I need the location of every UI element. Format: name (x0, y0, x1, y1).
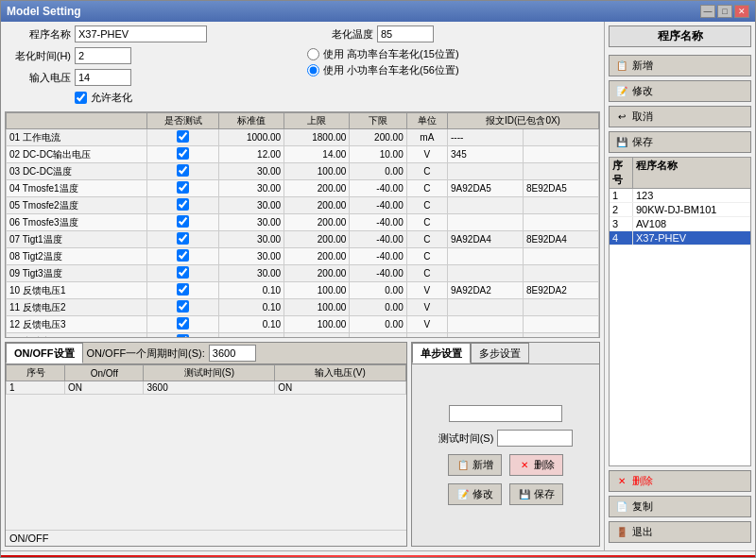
cell-checked[interactable] (147, 197, 218, 214)
row-checkbox[interactable] (177, 232, 189, 245)
aging-temp-label: 老化温度 (307, 27, 373, 42)
delete-program-button[interactable]: ✕ 删除 (609, 470, 751, 492)
cell-checked[interactable] (147, 214, 218, 231)
cell-checked[interactable] (147, 333, 218, 339)
table-row[interactable]: 12 反馈电压3 0.10 100.00 0.00 V (7, 316, 599, 333)
tab-on-off-settings[interactable]: ON/OFF设置 (6, 343, 83, 364)
cell-msg1 (448, 265, 524, 282)
cell-lower: -40.00 (350, 231, 406, 248)
table-header-row: 是否测试 标准值 上限 下限 单位 报文ID(已包含0X) (7, 113, 599, 129)
copy-program-button[interactable]: 📄 复制 (609, 496, 751, 517)
cell-checked[interactable] (147, 163, 218, 180)
table-row[interactable]: 06 Tmosfe3温度 30.00 200.00 -40.00 C (7, 214, 599, 231)
cell-msg2 (523, 214, 598, 231)
aging-time-input[interactable] (75, 47, 131, 64)
list-item[interactable]: 3 AV108 (610, 217, 750, 231)
modify-program-button[interactable]: 📝 修改 (609, 80, 751, 102)
cell-checked[interactable] (147, 129, 218, 146)
table-row[interactable]: 04 Tmosfe1温度 30.00 200.00 -40.00 C 9A92D… (7, 180, 599, 197)
step-header: 单步设置 多步设置 (412, 343, 599, 364)
tab-multi-step[interactable]: 多步设置 (471, 343, 529, 364)
list-item[interactable]: 1 123 (610, 189, 750, 203)
prog-num: 1 (610, 189, 633, 202)
cell-id: 11 反馈电压2 (7, 299, 147, 316)
aging-temp-input[interactable] (377, 25, 434, 42)
cell-checked[interactable] (147, 282, 218, 299)
row-checkbox[interactable] (177, 164, 189, 177)
table-row[interactable]: 08 Tigt2温度 30.00 200.00 -40.00 C (7, 248, 599, 265)
row-checkbox[interactable] (177, 130, 189, 143)
cell-id: 06 Tmosfe3温度 (7, 214, 147, 231)
cell-msg2 (523, 248, 598, 265)
tab-single-step[interactable]: 单步设置 (412, 343, 471, 364)
cell-checked[interactable] (147, 146, 218, 163)
row-checkbox[interactable] (177, 198, 189, 211)
allow-aging-row: 允许老化 (5, 91, 298, 105)
table-row[interactable]: 10 反馈电压1 0.10 100.00 0.00 V 9A92DA2 8E92… (7, 282, 599, 299)
cancel-program-button[interactable]: ↩ 取消 (609, 106, 751, 127)
step-modify-button[interactable]: 📝 修改 (448, 483, 502, 505)
cell-voltage: ON (275, 381, 406, 395)
step-save-button[interactable]: 💾 保存 (509, 483, 563, 505)
high-power-radio[interactable] (307, 48, 319, 60)
table-row[interactable]: 07 Tigt1温度 30.00 200.00 -40.00 C 9A92DA4… (7, 231, 599, 248)
cell-upper: 1800.00 (284, 129, 350, 146)
cancel-program-icon: ↩ (615, 110, 628, 124)
cell-time: 3600 (144, 381, 275, 395)
cell-unit: C (406, 180, 447, 197)
close-button[interactable]: ✕ (734, 5, 749, 18)
cell-checked[interactable] (147, 248, 218, 265)
list-item[interactable]: 2 90KW-DJ-BM101 (610, 203, 750, 217)
cell-msg2 (523, 163, 598, 180)
cell-unit: C (406, 163, 447, 180)
cell-upper: 200.00 (284, 248, 350, 265)
table-row[interactable]: 11 反馈电压2 0.10 100.00 0.00 V (7, 299, 599, 316)
row-checkbox[interactable] (177, 147, 189, 160)
prog-name: X37-PHEV (633, 231, 750, 245)
row-checkbox[interactable] (177, 334, 189, 338)
list-item[interactable]: 4 X37-PHEV (610, 231, 750, 245)
test-time-input[interactable] (497, 430, 573, 447)
cell-checked[interactable] (147, 231, 218, 248)
th-test-time: 测试时间(S) (144, 365, 275, 381)
row-checkbox[interactable] (177, 300, 189, 313)
row-checkbox[interactable] (177, 215, 189, 228)
cell-checked[interactable] (147, 180, 218, 197)
program-name-input[interactable] (75, 25, 207, 42)
allow-aging-checkbox[interactable] (75, 92, 87, 104)
table-row[interactable]: 02 DC-DC输出电压 12.00 14.00 10.00 V 345 (7, 146, 599, 163)
cell-checked[interactable] (147, 265, 218, 282)
row-checkbox[interactable] (177, 249, 189, 262)
save-program-button[interactable]: 💾 保存 (609, 131, 751, 153)
add-program-button[interactable]: 📋 新增 (609, 55, 751, 76)
row-checkbox[interactable] (177, 181, 189, 194)
low-power-radio[interactable] (307, 64, 319, 76)
input-voltage-input[interactable] (75, 69, 131, 86)
table-row[interactable]: 03 DC-DC温度 30.00 100.00 0.00 C (7, 163, 599, 180)
table-row[interactable]: 1 ON 3600 ON (7, 381, 406, 395)
table-row[interactable]: 09 Tigt3温度 30.00 200.00 -40.00 C (7, 265, 599, 282)
cell-id: 10 反馈电压1 (7, 282, 147, 299)
cell-upper: 100.00 (284, 299, 350, 316)
minimize-button[interactable]: — (700, 5, 715, 18)
table-row[interactable]: 05 Tmosfe2温度 30.00 200.00 -40.00 C (7, 197, 599, 214)
on-off-table-wrap: 序号 On/Off 测试时间(S) 输入电压(V) 1 ON (6, 364, 406, 530)
exit-program-button[interactable]: 🚪 退出 (609, 521, 751, 543)
step-modify-label: 修改 (472, 487, 493, 501)
cell-checked[interactable] (147, 316, 218, 333)
step-delete-button[interactable]: ✕ 删除 (509, 454, 563, 476)
table-row[interactable]: 01 工作电流 1000.00 1800.00 200.00 mA ---- (7, 129, 599, 146)
table-row[interactable]: 13 电池电压 0.10 100.00 0.00 V (7, 333, 599, 339)
top-form: 程序名称 老化时间(H) 输入电压 允许老化 (5, 25, 600, 108)
row-checkbox[interactable] (177, 266, 189, 279)
cell-std: 30.00 (218, 214, 284, 231)
maximize-button[interactable]: □ (717, 5, 732, 18)
row-checkbox[interactable] (177, 317, 189, 330)
program-list: 序号 程序名称 1 123 2 90KW-DJ-BM101 3 AV108 4 … (609, 157, 751, 466)
period-input[interactable] (209, 345, 256, 362)
cell-checked[interactable] (147, 299, 218, 316)
delete-icon: ✕ (518, 459, 531, 472)
step-name-input[interactable] (449, 405, 562, 422)
step-add-button[interactable]: 📋 新增 (448, 454, 502, 476)
row-checkbox[interactable] (177, 283, 189, 296)
